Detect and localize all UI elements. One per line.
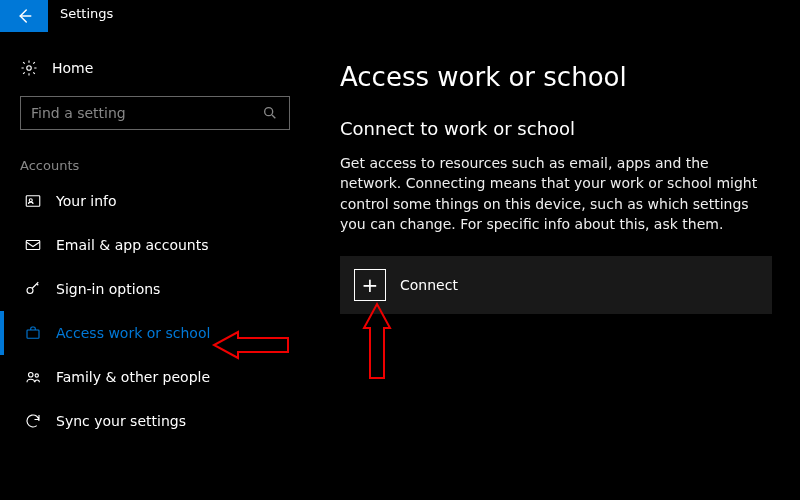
nav-home-label: Home <box>52 60 93 76</box>
nav-item-label: Email & app accounts <box>56 237 209 253</box>
nav-family[interactable]: Family & other people <box>0 355 300 399</box>
nav-item-label: Sync your settings <box>56 413 186 429</box>
mail-icon <box>24 236 42 254</box>
titlebar: Settings <box>0 0 800 32</box>
page-description: Get access to resources such as email, a… <box>340 153 760 234</box>
nav-email-accounts[interactable]: Email & app accounts <box>0 223 300 267</box>
nav-item-label: Sign-in options <box>56 281 160 297</box>
svg-point-7 <box>27 288 33 294</box>
back-button[interactable] <box>0 0 48 32</box>
page-subheading: Connect to work or school <box>340 118 780 139</box>
svg-rect-6 <box>26 241 40 250</box>
main-panel: Access work or school Connect to work or… <box>300 32 800 500</box>
svg-point-2 <box>265 108 273 116</box>
briefcase-icon <box>24 324 42 342</box>
nav-sync-settings[interactable]: Sync your settings <box>0 399 300 443</box>
nav-item-label: Family & other people <box>56 369 210 385</box>
svg-point-5 <box>29 199 32 202</box>
svg-point-1 <box>27 66 32 71</box>
svg-point-9 <box>29 373 34 378</box>
person-card-icon <box>24 192 42 210</box>
search-icon <box>261 104 279 122</box>
nav-signin-options[interactable]: Sign-in options <box>0 267 300 311</box>
window-title: Settings <box>48 0 125 32</box>
svg-rect-4 <box>26 196 40 207</box>
nav-item-label: Your info <box>56 193 117 209</box>
people-icon <box>24 368 42 386</box>
nav-item-label: Access work or school <box>56 325 210 341</box>
gear-icon <box>20 59 38 77</box>
nav-your-info[interactable]: Your info <box>0 179 300 223</box>
connect-label: Connect <box>400 277 458 293</box>
svg-point-10 <box>35 374 38 377</box>
nav-home[interactable]: Home <box>0 50 300 86</box>
svg-rect-8 <box>27 330 39 338</box>
connect-button[interactable]: + Connect <box>340 256 772 314</box>
back-arrow-icon <box>15 7 33 25</box>
sidebar: Home Accounts Your info <box>0 32 300 500</box>
search-input[interactable] <box>31 105 231 121</box>
page-heading: Access work or school <box>340 62 780 92</box>
plus-icon: + <box>354 269 386 301</box>
nav-access-work-school[interactable]: Access work or school <box>0 311 300 355</box>
sync-icon <box>24 412 42 430</box>
section-header-accounts: Accounts <box>0 148 300 179</box>
search-box[interactable] <box>20 96 290 130</box>
key-icon <box>24 280 42 298</box>
svg-line-3 <box>272 115 275 118</box>
